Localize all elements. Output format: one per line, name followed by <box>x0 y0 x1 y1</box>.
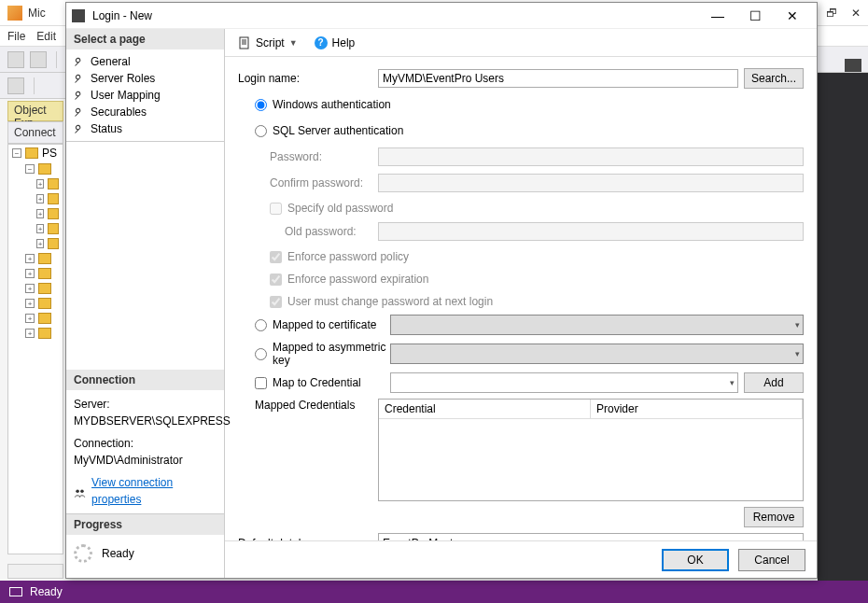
right-toolbox <box>842 54 864 77</box>
tree-node[interactable]: + <box>8 311 63 326</box>
windows-auth-radio[interactable] <box>255 99 267 111</box>
select-page-section: Select a page General Server Roles User … <box>66 29 224 142</box>
tree-node[interactable]: + <box>8 236 63 251</box>
folder-icon <box>48 223 59 234</box>
login-name-input[interactable] <box>378 69 738 88</box>
tree-expand-icon[interactable]: + <box>36 179 44 189</box>
tree-node[interactable]: + <box>8 206 63 221</box>
server-label: Server: <box>74 396 217 413</box>
tree-node[interactable]: + <box>8 191 63 206</box>
sql-auth-radio[interactable] <box>255 125 267 137</box>
dialog-titlebar[interactable]: Login - New — ☐ ✕ <box>66 3 817 29</box>
help-button[interactable]: ? Help <box>311 35 359 51</box>
folder-icon <box>48 193 59 204</box>
wrench-icon <box>74 90 85 101</box>
mapped-asym-combo: ▾ <box>390 344 804 364</box>
tree-expand-icon[interactable]: + <box>25 269 35 278</box>
page-item-user-mapping[interactable]: User Mapping <box>66 87 224 104</box>
tree-expand-icon[interactable]: + <box>36 224 44 233</box>
toolbar-separator <box>56 51 57 68</box>
mapped-credentials-table[interactable]: Credential Provider <box>378 399 804 501</box>
tree-node[interactable]: + <box>8 221 63 236</box>
tree-node[interactable]: − <box>8 161 63 176</box>
folder-icon <box>48 208 59 219</box>
tree-node[interactable]: + <box>8 296 63 311</box>
folder-icon <box>38 298 51 309</box>
progress-section: Progress Ready <box>66 514 224 578</box>
mapped-asym-radio[interactable] <box>255 348 267 360</box>
credential-column-header[interactable]: Credential <box>379 400 591 419</box>
tree-root-node[interactable]: − PS <box>8 145 63 161</box>
script-button[interactable]: Script ▼ <box>234 35 301 51</box>
page-label: Securables <box>91 105 147 119</box>
mapped-cert-radio[interactable] <box>255 319 267 331</box>
default-database-combo[interactable]: EventProMaster ▾ <box>378 533 804 540</box>
confirm-password-label: Confirm password: <box>238 176 378 189</box>
object-explorer-connect[interactable]: Connect ▾ <box>7 121 63 144</box>
dialog-maximize-button[interactable]: ☐ <box>736 4 774 28</box>
map-to-credential-label: Map to Credential <box>273 376 390 389</box>
folder-icon <box>38 253 51 264</box>
enforce-expiration-checkbox <box>270 273 282 286</box>
tree-node[interactable]: + <box>8 251 63 266</box>
script-label: Script <box>256 36 285 49</box>
tree-node[interactable]: + <box>8 176 63 191</box>
default-database-value: EventProMaster <box>383 537 463 540</box>
tree-expand-icon[interactable]: + <box>25 254 35 263</box>
menu-file[interactable]: File <box>7 30 25 43</box>
tree-expand-icon[interactable]: + <box>25 314 35 323</box>
tree-expand-icon[interactable]: + <box>25 329 35 338</box>
tree-expand-icon[interactable]: − <box>12 148 21 158</box>
tree-expand-icon[interactable]: + <box>36 209 44 218</box>
toolbar-icon-2[interactable] <box>30 51 47 68</box>
menu-edit[interactable]: Edit <box>36 30 56 43</box>
map-to-credential-checkbox[interactable] <box>255 377 267 389</box>
page-label: Status <box>91 122 122 135</box>
ok-button[interactable]: OK <box>662 549 729 571</box>
object-explorer-tree[interactable]: − PS − + + + + + + + + + + + <box>7 144 63 554</box>
svg-rect-2 <box>240 37 248 49</box>
tree-expand-icon[interactable]: + <box>36 194 44 203</box>
main-restore-button[interactable]: 🗗 <box>819 0 844 26</box>
tree-expand-icon[interactable]: − <box>25 164 35 174</box>
tree-node[interactable]: + <box>8 266 63 281</box>
page-label: User Mapping <box>91 89 161 102</box>
help-label: Help <box>332 36 356 49</box>
tree-expand-icon[interactable]: + <box>25 284 35 293</box>
toolbar2-icon-1[interactable] <box>7 77 24 94</box>
page-item-general[interactable]: General <box>66 53 224 70</box>
dialog-body: Select a page General Server Roles User … <box>66 29 817 578</box>
page-label: General <box>91 55 131 68</box>
chevron-down-icon: ▾ <box>730 378 735 387</box>
enforce-policy-label: Enforce password policy <box>287 250 409 263</box>
page-item-securables[interactable]: Securables <box>66 104 224 120</box>
page-item-server-roles[interactable]: Server Roles <box>66 70 224 87</box>
old-password-input <box>378 222 804 241</box>
main-close-button[interactable]: ✕ <box>844 0 868 26</box>
tree-expand-icon[interactable]: + <box>25 299 35 308</box>
cancel-button[interactable]: Cancel <box>738 549 805 571</box>
dialog-minimize-button[interactable]: — <box>699 4 736 28</box>
page-list: General Server Roles User Mapping Secura… <box>66 49 224 141</box>
map-to-credential-combo[interactable]: ▾ <box>390 372 738 393</box>
wrench-icon <box>74 106 85 118</box>
tree-expand-icon[interactable]: + <box>36 239 44 248</box>
remove-button[interactable]: Remove <box>744 507 804 527</box>
svg-point-0 <box>76 490 79 494</box>
tree-node[interactable]: + <box>8 281 63 296</box>
connection-header: Connection <box>66 370 224 390</box>
script-icon <box>238 36 251 49</box>
search-button[interactable]: Search... <box>744 68 804 89</box>
view-connection-properties-link[interactable]: View connection properties <box>91 474 217 508</box>
horizontal-scrollbar[interactable] <box>7 564 63 579</box>
connection-label: Connection: <box>74 435 217 452</box>
add-button[interactable]: Add <box>744 372 804 393</box>
tree-node[interactable]: + <box>8 326 63 341</box>
provider-column-header[interactable]: Provider <box>591 400 803 419</box>
status-icon <box>9 587 22 596</box>
toolbar-icon-1[interactable] <box>7 51 24 68</box>
dialog-close-button[interactable]: ✕ <box>774 4 811 28</box>
toolbox-icon[interactable] <box>845 59 861 72</box>
main-window-buttons: 🗗 ✕ <box>819 0 868 26</box>
page-item-status[interactable]: Status <box>66 120 224 137</box>
